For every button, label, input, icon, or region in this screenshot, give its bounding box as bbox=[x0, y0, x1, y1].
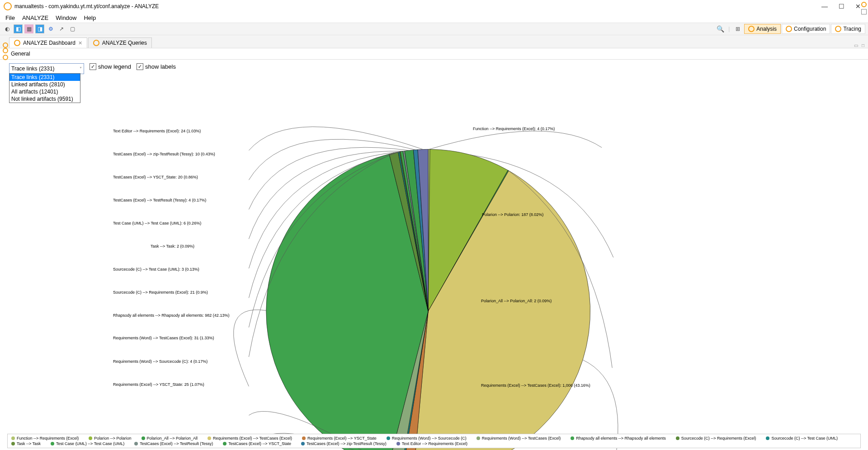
tool-icon-5[interactable]: ⚙ bbox=[46, 24, 55, 33]
tab-analyze-dashboard[interactable]: ANALYZE Dashboard ✕ bbox=[9, 38, 87, 48]
slice-label: Task --> Task: 2 (0.09%) bbox=[113, 244, 194, 248]
side-icon-2[interactable] bbox=[861, 9, 867, 14]
legend-item[interactable]: TestCases (Excel) --> TestResult (Tessy) bbox=[134, 441, 213, 446]
legend-item[interactable]: Task --> Task bbox=[11, 441, 41, 446]
slice-label: Requirements (Excel) --> YSCT_State: 25 … bbox=[113, 382, 194, 387]
search-icon[interactable]: 🔍 bbox=[716, 24, 725, 33]
tool-icon-2[interactable]: ◧ bbox=[14, 24, 23, 33]
dataset-dropdown: Trace links (2331) Linked artifacts (281… bbox=[9, 73, 80, 103]
perspective-switcher-icon[interactable]: ⊞ bbox=[733, 24, 742, 33]
legend-item[interactable]: Test Case (UML) --> Test Case (UML) bbox=[51, 441, 124, 446]
legend-item[interactable]: Rhapsody all elements --> Rhapsody all e… bbox=[571, 436, 665, 441]
window-title: manualtests - com.yakindu.yt.mt.yt/conf.… bbox=[14, 3, 159, 9]
tab-close-icon[interactable]: ✕ bbox=[78, 40, 82, 46]
maximize-button[interactable]: ☐ bbox=[839, 3, 844, 9]
legend-item[interactable]: Polarion --> Polarion bbox=[89, 436, 131, 441]
slice-label: Text Editor --> Requirements (Excel): 24… bbox=[113, 129, 194, 133]
side-icon-1[interactable] bbox=[861, 2, 867, 7]
dropdown-option[interactable]: All artifacts (12401) bbox=[9, 88, 80, 95]
menu-file[interactable]: File bbox=[2, 14, 19, 22]
chart-legend: Function --> Requirements (Excel)Polario… bbox=[7, 434, 861, 448]
tracing-icon bbox=[835, 26, 841, 32]
gutter-icon-2[interactable] bbox=[3, 48, 8, 53]
slice-label: Requirements (Word) --> Sourcecode (C): … bbox=[113, 359, 194, 364]
slice-label: Function --> Requirements (Excel): 4 (0.… bbox=[473, 127, 555, 131]
slice-label: Rhapsody all elements --> Rhapsody all e… bbox=[113, 313, 194, 318]
tool-icon-1[interactable]: ◐ bbox=[3, 24, 12, 33]
legend-item[interactable]: Requirements (Excel) --> YSCT_State bbox=[302, 436, 377, 441]
menu-help[interactable]: Help bbox=[80, 14, 99, 22]
window-titlebar: manualtests - com.yakindu.yt.mt.yt/conf.… bbox=[0, 0, 868, 13]
pie-chart: Function --> Requirements (Excel): 4 (0.… bbox=[0, 60, 868, 450]
tab-analyze-queries[interactable]: ANALYZE Queries bbox=[88, 38, 152, 48]
configuration-icon bbox=[786, 26, 792, 32]
dropdown-option[interactable]: Trace links (2331) bbox=[9, 74, 80, 81]
close-button[interactable]: ✕ bbox=[855, 3, 861, 9]
perspective-analysis[interactable]: Analysis bbox=[744, 24, 781, 34]
tab-label: ANALYZE Dashboard bbox=[23, 40, 75, 46]
menu-analyze[interactable]: ANALYZE bbox=[19, 14, 52, 22]
chevron-down-icon: ˅ bbox=[80, 66, 82, 71]
dropdown-option[interactable]: Linked artifacts (2810) bbox=[9, 81, 80, 88]
perspective-configuration[interactable]: Configuration bbox=[782, 24, 830, 34]
select-value: Trace links (2331) bbox=[11, 66, 55, 72]
tab-icon bbox=[14, 40, 20, 46]
tool-icon-6[interactable]: ↗ bbox=[57, 24, 66, 33]
legend-item[interactable]: Polarion_All --> Polarion_All bbox=[142, 436, 198, 441]
perspective-tracing[interactable]: Tracing bbox=[831, 24, 865, 34]
menu-bar: File ANALYZE Window Help bbox=[0, 13, 868, 23]
dropdown-option[interactable]: Not linked artifacts (9591) bbox=[9, 95, 80, 103]
slice-label: TestCases (Excel) --> YSCT_State: 20 (0.… bbox=[113, 175, 194, 179]
tool-icon-3[interactable]: ▦ bbox=[24, 24, 33, 33]
tool-icon-4[interactable]: ◨ bbox=[35, 24, 44, 33]
gutter-icon[interactable] bbox=[3, 42, 8, 48]
legend-item[interactable]: Requirements (Word) --> TestCases (Excel… bbox=[476, 436, 561, 441]
gutter-icon-3[interactable] bbox=[3, 55, 8, 60]
slice-label: Polarion --> Polarion: 187 (8.02%) bbox=[482, 212, 543, 217]
show-labels-checkbox[interactable]: ✓show labels bbox=[137, 63, 176, 70]
main-toolbar: ◐ ◧ ▦ ◨ ⚙ ↗ ▢ 🔍 | ⊞ Analysis Configurati… bbox=[0, 23, 868, 35]
analysis-icon bbox=[748, 26, 755, 32]
breadcrumb[interactable]: General bbox=[9, 51, 30, 57]
legend-item[interactable]: Requirements (Excel) --> TestCases (Exce… bbox=[208, 436, 292, 441]
view-maximize-icon[interactable]: □ bbox=[861, 43, 865, 48]
menu-window[interactable]: Window bbox=[52, 14, 80, 22]
app-logo-icon bbox=[4, 2, 12, 10]
slice-label: Test Case (UML) --> Test Case (UML): 6 (… bbox=[113, 221, 194, 225]
dataset-select[interactable]: Trace links (2331) ˅ Trace links (2331) … bbox=[9, 63, 84, 74]
legend-item[interactable]: TestCases (Excel) --> zip-TestResult (Te… bbox=[301, 441, 387, 446]
legend-item[interactable]: Sourcecode (C) --> Requirements (Excel) bbox=[676, 436, 756, 441]
slice-label: Requirements (Word) --> TestCases (Excel… bbox=[113, 336, 194, 340]
tab-label: ANALYZE Queries bbox=[102, 40, 147, 46]
legend-item[interactable]: TestCases (Excel) --> YSCT_State bbox=[223, 441, 291, 446]
legend-item[interactable]: Sourcecode (C) --> Test Case (UML) bbox=[766, 436, 838, 441]
tool-icon-7[interactable]: ▢ bbox=[68, 24, 77, 33]
show-legend-checkbox[interactable]: ✓show legend bbox=[90, 63, 131, 70]
view-minimize-icon[interactable]: ▭ bbox=[853, 43, 859, 48]
slice-label: Sourcecode (C) --> Test Case (UML): 3 (0… bbox=[113, 267, 194, 272]
slice-label: Requirements (Excel) --> TestCases (Exce… bbox=[481, 383, 590, 388]
slice-label: TestCases (Excel) --> TestResult (Tessy)… bbox=[113, 198, 194, 202]
legend-item[interactable]: Text Editor --> Requirements (Excel) bbox=[396, 441, 467, 446]
slice-label: Sourcecode (C) --> Requirements (Excel):… bbox=[113, 290, 194, 295]
slice-label: TestCases (Excel) --> zip-TestResult (Te… bbox=[113, 152, 194, 156]
legend-item[interactable]: Function --> Requirements (Excel) bbox=[11, 436, 79, 441]
legend-item[interactable]: Requirements (Word) --> Sourcecode (C) bbox=[387, 436, 467, 441]
tab-icon bbox=[93, 40, 99, 46]
slice-label: Polarion_All --> Polarion_All: 2 (0.09%) bbox=[481, 299, 552, 303]
breadcrumb-bar: General bbox=[0, 48, 868, 60]
minimize-button[interactable]: — bbox=[821, 3, 828, 9]
editor-tab-row: ANALYZE Dashboard ✕ ANALYZE Queries ▭ □ bbox=[0, 35, 868, 48]
